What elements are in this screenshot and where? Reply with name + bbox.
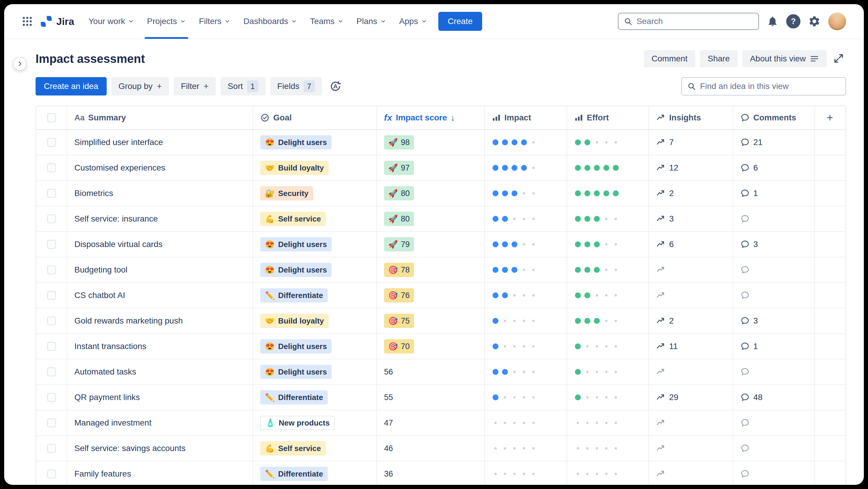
- rating-dot-empty[interactable]: [520, 215, 527, 222]
- rating-dot-empty[interactable]: [530, 190, 537, 197]
- comments-cell[interactable]: [733, 359, 815, 384]
- about-this-view-button[interactable]: About this view: [742, 50, 827, 67]
- rating-dot-empty[interactable]: [530, 317, 537, 324]
- rating-dot-filled[interactable]: [593, 317, 600, 324]
- rating-dot-empty[interactable]: [501, 343, 508, 350]
- summary-cell[interactable]: Instant transactions: [67, 334, 253, 359]
- rating-dot-filled[interactable]: [603, 190, 610, 197]
- summary-cell[interactable]: Biometrics: [67, 181, 253, 206]
- effort-rating[interactable]: [567, 334, 649, 359]
- rating-dot-empty[interactable]: [501, 394, 508, 401]
- rating-dot-empty[interactable]: [530, 266, 537, 274]
- row-checkbox[interactable]: [47, 393, 56, 402]
- goal-cell[interactable]: 🧴 New products: [253, 410, 377, 435]
- expand-fullscreen-icon[interactable]: [831, 53, 846, 65]
- rating-dot-filled[interactable]: [520, 164, 527, 171]
- fields-button[interactable]: Fields 7: [270, 77, 322, 95]
- row-checkbox[interactable]: [47, 265, 56, 274]
- rating-dot-empty[interactable]: [593, 139, 600, 146]
- rating-dot-filled[interactable]: [501, 215, 508, 222]
- goal-cell[interactable]: 🤝 Build loyalty: [253, 155, 377, 180]
- translate-refresh-icon[interactable]: A: [327, 77, 344, 95]
- notifications-bell-icon[interactable]: [767, 16, 778, 27]
- rating-dot-filled[interactable]: [574, 139, 582, 146]
- insights-cell[interactable]: 3: [649, 206, 733, 231]
- rating-dot-empty[interactable]: [530, 394, 537, 401]
- rating-dot-filled[interactable]: [574, 317, 582, 324]
- row-checkbox[interactable]: [47, 444, 56, 453]
- rating-dot-empty[interactable]: [612, 241, 619, 248]
- table-row[interactable]: Biometrics 🔐 Security 🚀 80 2 1: [36, 181, 845, 206]
- goal-cell[interactable]: ✏️ Differentiate: [253, 283, 377, 308]
- goal-cell[interactable]: 😍 Delight users: [253, 257, 377, 282]
- effort-rating[interactable]: [567, 130, 649, 155]
- effort-rating[interactable]: [567, 232, 649, 257]
- insights-cell[interactable]: [649, 257, 733, 282]
- goal-cell[interactable]: 😍 Delight users: [253, 334, 377, 359]
- global-search-input[interactable]: [637, 17, 753, 26]
- summary-cell[interactable]: Simplified user interface: [67, 130, 253, 155]
- rating-dot-empty[interactable]: [584, 343, 591, 350]
- impact-rating[interactable]: [485, 359, 567, 384]
- rating-dot-empty[interactable]: [511, 419, 518, 426]
- comments-cell[interactable]: [733, 206, 815, 231]
- create-button[interactable]: Create: [438, 12, 482, 31]
- impact-score-cell[interactable]: 🎯 75: [377, 308, 485, 333]
- rating-dot-empty[interactable]: [511, 470, 518, 478]
- rating-dot-filled[interactable]: [584, 292, 591, 299]
- impact-score-cell[interactable]: 🚀 97: [377, 155, 485, 180]
- insights-cell[interactable]: [649, 410, 733, 435]
- goal-cell[interactable]: 🔐 Security: [253, 181, 377, 206]
- effort-rating[interactable]: [567, 181, 649, 206]
- rating-dot-empty[interactable]: [603, 266, 610, 274]
- insights-cell[interactable]: [649, 359, 733, 384]
- table-row[interactable]: Self service: savings accounts 💪 Self se…: [36, 436, 845, 461]
- nav-item-plans[interactable]: Plans: [350, 4, 393, 39]
- rating-dot-empty[interactable]: [612, 419, 619, 426]
- rating-dot-filled[interactable]: [574, 241, 582, 248]
- goal-cell[interactable]: 😍 Delight users: [253, 359, 377, 384]
- rating-dot-filled[interactable]: [593, 215, 600, 222]
- goal-cell[interactable]: 🤝 Build loyalty: [253, 308, 377, 333]
- table-row[interactable]: Family features ✏️ Differentiate 36: [36, 461, 845, 485]
- rating-dot-empty[interactable]: [603, 394, 610, 401]
- rating-dot-filled[interactable]: [492, 343, 499, 350]
- rating-dot-filled[interactable]: [584, 215, 591, 222]
- rating-dot-filled[interactable]: [574, 292, 582, 299]
- row-checkbox[interactable]: [47, 164, 56, 172]
- column-impact[interactable]: Impact: [485, 106, 567, 129]
- effort-rating[interactable]: [567, 436, 649, 461]
- impact-score-cell[interactable]: 🚀 80: [377, 206, 485, 231]
- rating-dot-empty[interactable]: [603, 139, 610, 146]
- rating-dot-empty[interactable]: [584, 419, 591, 426]
- impact-rating[interactable]: [485, 206, 567, 231]
- rating-dot-filled[interactable]: [584, 139, 591, 146]
- rating-dot-empty[interactable]: [593, 470, 600, 478]
- impact-score-cell[interactable]: 56: [377, 359, 485, 384]
- rating-dot-empty[interactable]: [574, 445, 582, 452]
- rating-dot-empty[interactable]: [612, 394, 619, 401]
- rating-dot-empty[interactable]: [603, 368, 610, 375]
- nav-item-teams[interactable]: Teams: [304, 4, 350, 39]
- impact-rating[interactable]: [485, 181, 567, 206]
- rating-dot-filled[interactable]: [574, 368, 582, 375]
- insights-cell[interactable]: 7: [649, 130, 733, 155]
- impact-rating[interactable]: [485, 232, 567, 257]
- rating-dot-filled[interactable]: [511, 266, 518, 274]
- table-row[interactable]: Gold rewards marketing push 🤝 Build loya…: [36, 308, 845, 334]
- comments-cell[interactable]: 3: [733, 308, 815, 333]
- insights-cell[interactable]: 2: [649, 181, 733, 206]
- rating-dot-empty[interactable]: [612, 139, 619, 146]
- rating-dot-empty[interactable]: [511, 343, 518, 350]
- rating-dot-filled[interactable]: [603, 164, 610, 171]
- insights-cell[interactable]: 6: [649, 232, 733, 257]
- impact-rating[interactable]: [485, 130, 567, 155]
- rating-dot-empty[interactable]: [520, 190, 527, 197]
- summary-cell[interactable]: Customised experiences: [67, 155, 253, 180]
- rating-dot-filled[interactable]: [593, 164, 600, 171]
- rating-dot-empty[interactable]: [603, 343, 610, 350]
- summary-cell[interactable]: QR payment links: [67, 385, 253, 410]
- rating-dot-filled[interactable]: [612, 190, 619, 197]
- rating-dot-filled[interactable]: [492, 190, 499, 197]
- impact-rating[interactable]: [485, 436, 567, 461]
